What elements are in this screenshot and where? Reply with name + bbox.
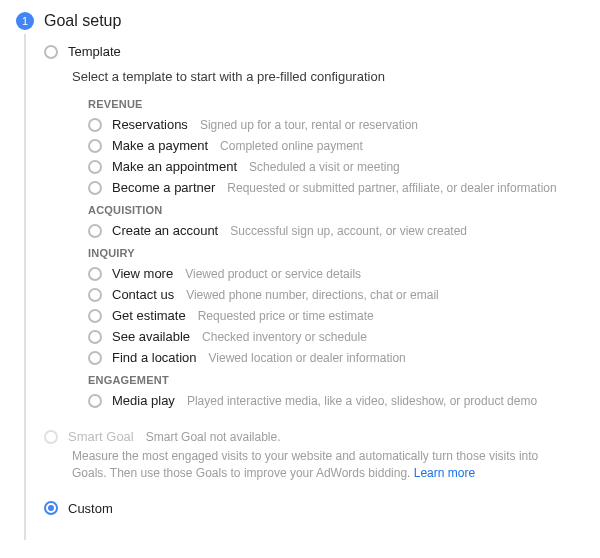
option-reservations-label: Reservations (112, 117, 188, 132)
option-contact-us-sub: Viewed phone number, directions, chat or… (186, 288, 439, 302)
option-see-available-label: See available (112, 329, 190, 344)
option-reservations-sub: Signed up for a tour, rental or reservat… (200, 118, 418, 132)
option-become-partner-sub: Requested or submitted partner, affiliat… (227, 181, 556, 195)
option-contact-us-label: Contact us (112, 287, 174, 302)
option-reservations[interactable]: Reservations Signed up for a tour, renta… (88, 114, 580, 135)
option-get-estimate-label: Get estimate (112, 308, 186, 323)
group-inquiry: INQUIRY View more Viewed product or serv… (44, 247, 580, 368)
step-title: Goal setup (44, 12, 121, 30)
radio-make-appointment[interactable] (88, 160, 102, 174)
step-number-badge: 1 (16, 12, 34, 30)
option-smart-goal: Smart Goal Smart Goal not available. (44, 427, 580, 446)
radio-find-location[interactable] (88, 351, 102, 365)
group-acquisition: ACQUISITION Create an account Successful… (44, 204, 580, 241)
option-media-play-label: Media play (112, 393, 175, 408)
radio-view-more[interactable] (88, 267, 102, 281)
template-instruction: Select a template to start with a pre-fi… (44, 63, 580, 92)
option-custom[interactable]: Custom (44, 497, 580, 520)
option-media-play-sub: Played interactive media, like a video, … (187, 394, 537, 408)
option-become-partner[interactable]: Become a partner Requested or submitted … (88, 177, 580, 198)
group-revenue: REVENUE Reservations Signed up for a tou… (44, 98, 580, 198)
option-create-account[interactable]: Create an account Successful sign up, ac… (88, 220, 580, 241)
step-header: 1 Goal setup (0, 6, 600, 32)
group-engagement-title: ENGAGEMENT (88, 374, 580, 386)
option-make-payment-sub: Completed online payment (220, 139, 363, 153)
radio-custom[interactable] (44, 501, 58, 515)
option-template-label: Template (68, 44, 121, 59)
option-get-estimate-sub: Requested price or time estimate (198, 309, 374, 323)
option-create-account-sub: Successful sign up, account, or view cre… (230, 224, 467, 238)
radio-media-play[interactable] (88, 394, 102, 408)
option-smart-goal-label: Smart Goal (68, 429, 134, 444)
group-revenue-title: REVENUE (88, 98, 580, 110)
option-template[interactable]: Template (44, 40, 580, 63)
option-make-appointment-sub: Scheduled a visit or meeting (249, 160, 400, 174)
option-view-more-sub: Viewed product or service details (185, 267, 361, 281)
group-inquiry-title: INQUIRY (88, 247, 580, 259)
radio-get-estimate[interactable] (88, 309, 102, 323)
option-make-appointment-label: Make an appointment (112, 159, 237, 174)
option-find-location-label: Find a location (112, 350, 197, 365)
group-engagement: ENGAGEMENT Media play Played interactive… (44, 374, 580, 411)
radio-reservations[interactable] (88, 118, 102, 132)
radio-make-payment[interactable] (88, 139, 102, 153)
option-custom-label: Custom (68, 501, 113, 516)
option-find-location[interactable]: Find a location Viewed location or deale… (88, 347, 580, 368)
option-smart-goal-status: Smart Goal not available. (146, 430, 281, 444)
option-view-more[interactable]: View more Viewed product or service deta… (88, 263, 580, 284)
radio-see-available[interactable] (88, 330, 102, 344)
smart-goal-description: Measure the most engaged visits to your … (44, 446, 580, 483)
option-become-partner-label: Become a partner (112, 180, 215, 195)
radio-create-account[interactable] (88, 224, 102, 238)
option-view-more-label: View more (112, 266, 173, 281)
learn-more-link[interactable]: Learn more (414, 466, 475, 480)
option-make-payment[interactable]: Make a payment Completed online payment (88, 135, 580, 156)
option-contact-us[interactable]: Contact us Viewed phone number, directio… (88, 284, 580, 305)
group-acquisition-title: ACQUISITION (88, 204, 580, 216)
option-create-account-label: Create an account (112, 223, 218, 238)
option-get-estimate[interactable]: Get estimate Requested price or time est… (88, 305, 580, 326)
option-find-location-sub: Viewed location or dealer information (209, 351, 406, 365)
radio-contact-us[interactable] (88, 288, 102, 302)
step-connector-line (24, 34, 26, 540)
option-make-appointment[interactable]: Make an appointment Scheduled a visit or… (88, 156, 580, 177)
option-see-available[interactable]: See available Checked inventory or sched… (88, 326, 580, 347)
option-make-payment-label: Make a payment (112, 138, 208, 153)
radio-become-partner[interactable] (88, 181, 102, 195)
radio-smart-goal (44, 430, 58, 444)
radio-template[interactable] (44, 45, 58, 59)
option-see-available-sub: Checked inventory or schedule (202, 330, 367, 344)
option-media-play[interactable]: Media play Played interactive media, lik… (88, 390, 580, 411)
